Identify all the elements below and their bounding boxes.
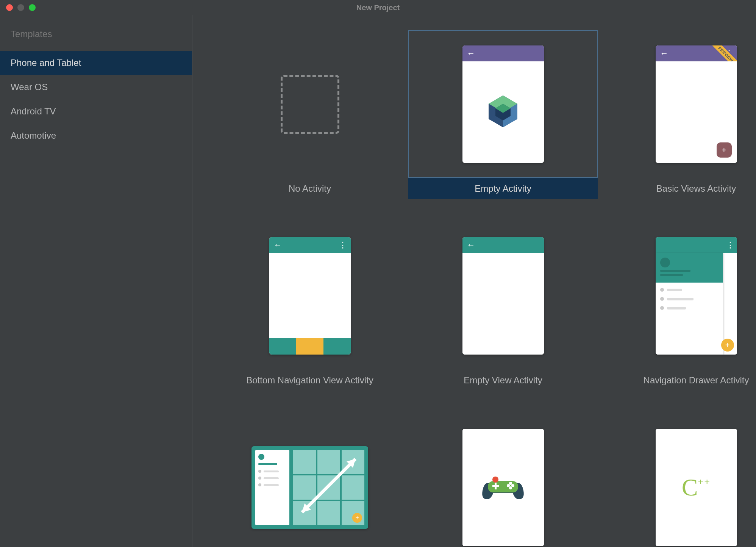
sidebar-heading: Templates [0,29,192,51]
nav-drawer [656,253,723,355]
template-gallery: No Activity ← [192,15,756,547]
sidebar-item-label: Phone and Tablet [11,58,81,68]
list-item [660,306,719,310]
template-preview: ← ⋮ PREVIEW + [601,30,756,178]
phone-mock [462,429,544,546]
empty-placeholder-icon [281,75,339,134]
sidebar-item-android-tv[interactable]: Android TV [0,99,192,123]
cpp-icon: C++ [682,474,711,502]
svg-point-13 [509,482,512,485]
back-arrow-icon: ← [660,48,669,58]
tablet-grid: + [293,450,364,525]
minimize-icon[interactable] [17,4,24,11]
window-title: New Project [356,3,400,12]
sidebar-item-label: Android TV [11,106,56,116]
template-card-basic-views[interactable]: ← ⋮ PREVIEW + Basic Views Activity [601,30,756,199]
svg-point-14 [509,486,512,489]
fab-plus-icon: + [352,513,362,523]
template-card-no-activity[interactable]: No Activity [215,30,405,199]
phone-mock: C++ [656,429,737,546]
sidebar-item-label: Wear OS [11,82,48,92]
list-item [258,477,286,480]
appbar: ← [462,45,544,61]
bottom-nav [269,338,351,355]
sidebar-item-automotive[interactable]: Automotive [0,123,192,148]
back-arrow-icon: ← [467,48,475,58]
template-card-empty-activity[interactable]: ← [408,30,598,199]
appbar: ← ⋮ [269,237,351,253]
template-label: Navigation Drawer Activity [601,370,756,391]
svg-point-10 [492,477,498,483]
template-label: Basic Views Activity [601,178,756,199]
svg-point-11 [507,484,510,487]
tablet-mock: + [251,446,368,529]
template-card-empty-view[interactable]: ← Empty View Activity [408,222,598,391]
template-preview: ← ⋮ [215,222,405,370]
appbar: ← [462,237,544,253]
titlebar: New Project [0,0,756,15]
template-card-native-cpp[interactable]: C++ Native C++ [601,414,756,547]
list-item [258,483,286,486]
list-item [258,470,286,473]
template-preview: ← [408,222,598,370]
sidebar-item-wear-os[interactable]: Wear OS [0,75,192,99]
template-preview: ← [408,30,598,178]
overflow-menu-icon: ⋮ [726,240,734,250]
template-card-navigation-drawer[interactable]: ⋮ [601,222,756,391]
template-preview: C++ [601,414,756,547]
template-preview [215,30,405,178]
template-card-game-activity[interactable]: Game Activity (C++) [408,414,598,547]
close-icon[interactable] [6,4,13,11]
svg-rect-16 [495,483,497,489]
sidebar-item-label: Automotive [11,130,56,141]
phone-mock: ⋮ [656,237,737,355]
template-card-bottom-navigation[interactable]: ← ⋮ Bottom Navigation View Activity [215,222,405,391]
back-arrow-icon: ← [274,240,282,250]
overflow-menu-icon: ⋮ [339,240,346,250]
back-arrow-icon: ← [467,240,475,250]
template-preview: + [215,414,405,547]
tablet-sidebar [255,450,289,525]
sidebar: Templates Phone and Tablet Wear OS Andro… [0,15,192,547]
bottom-nav-active-tab [296,338,323,355]
maximize-icon[interactable] [29,4,36,11]
phone-mock: ← ⋮ [269,237,351,355]
window-controls [6,4,36,11]
avatar-icon [258,454,264,460]
fab-plus-icon: + [717,142,732,158]
sidebar-item-phone-tablet[interactable]: Phone and Tablet [0,51,192,75]
list-item [660,288,719,292]
list-item [660,297,719,301]
svg-point-12 [511,484,514,487]
fab-plus-icon: + [721,339,734,352]
template-label: No Activity [215,178,405,199]
template-label: Empty View Activity [408,370,598,391]
template-label: Bottom Navigation View Activity [215,370,405,391]
template-preview [408,414,598,547]
appbar: ⋮ [656,237,737,253]
phone-mock: ← ⋮ PREVIEW + [656,45,737,163]
phone-mock: ← [462,237,544,355]
template-label: Empty Activity [408,178,598,199]
phone-mock: ← [462,45,544,163]
avatar-icon [660,258,670,267]
template-preview: ⋮ [601,222,756,370]
game-controller-icon [480,470,526,505]
compose-logo-icon [484,92,522,132]
template-card-responsive[interactable]: + Responsive Activity [215,414,405,547]
